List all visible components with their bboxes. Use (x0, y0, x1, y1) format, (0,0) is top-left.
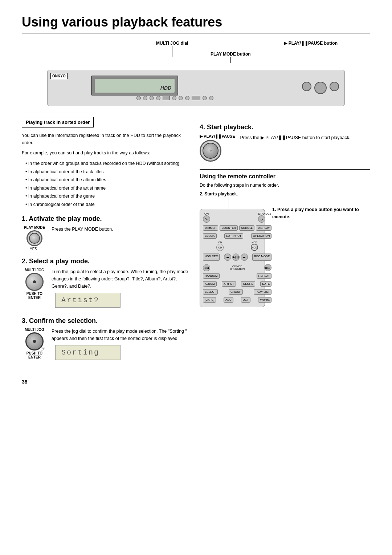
step2-text: Turn the jog dial to select a play mode.… (52, 268, 192, 290)
yes-label: YES (30, 247, 47, 251)
step2-content: Turn the jog dial to select a play mode.… (52, 268, 192, 311)
step3-block: 3. Confirm the selection. MULTI JOG ☞ PU… (22, 317, 192, 363)
multi-jog-dial-icon (25, 273, 44, 291)
page-number: 38 (22, 379, 370, 385)
sorted-bullet-list: In the order which groups and tracks rec… (22, 159, 192, 208)
knob-group (302, 82, 339, 94)
play-pause-label: ▶ PLAY/❚❚PAUSE button (284, 41, 338, 57)
starts-playback-label: 2. Starts playback. (200, 191, 265, 197)
step2-lcd: Artist? (55, 293, 121, 308)
step3-icon: MULTI JOG ☞ PUSH TO ENTER (22, 328, 47, 359)
multi-jog-label: MULTI JOG dial (156, 41, 188, 57)
step1-title: 1. Activate the play mode. (22, 215, 192, 223)
multi-jog-icon-label2: MULTI JOG (22, 328, 47, 332)
buttons-row (136, 96, 213, 100)
bullet-item: In alphabetical order of the track title… (25, 168, 192, 176)
sorted-order-box: Playing track in sorted order (22, 117, 94, 127)
multi-jog-icon-label: MULTI JOG (22, 268, 47, 272)
bullet-item: In alphabetical order of the genre (25, 192, 192, 200)
remote-control: ONON STANDBY⏻ DIMMER COUNTER SCROLL DISP… (200, 209, 265, 307)
play-pause-icon-label: ▶ PLAY/❚❚PAUSE (200, 134, 235, 139)
step2-block: 2. Select a play mode. MULTI JOG PUSH TO… (22, 258, 192, 311)
step2-row: MULTI JOG PUSH TO ENTER Turn the jog dia… (22, 268, 192, 311)
step4-text: Press the ▶ PLAY/❚❚PAUSE button to start… (240, 134, 351, 141)
step3-row: MULTI JOG ☞ PUSH TO ENTER Press the jog … (22, 328, 192, 363)
step4-icon-group: ▶ PLAY/❚❚PAUSE ☞ (200, 134, 235, 162)
right-column: 4. Start playback. ▶ PLAY/❚❚PAUSE ☞ Pres… (200, 117, 370, 368)
play-mode-dial (26, 230, 42, 246)
content-area: Playing track in sorted order You can us… (22, 117, 370, 368)
step2-icon: MULTI JOG PUSH TO ENTER (22, 268, 47, 300)
push-to-enter-label2: PUSH TO ENTER (22, 351, 47, 359)
play-mode-icon-label: PLAY MODE (22, 226, 47, 230)
hdd-text: HDD (160, 85, 171, 91)
remote-title: Using the remote controller (200, 173, 370, 180)
press-play-desc: 1. Press a play mode button you want to … (272, 206, 370, 220)
remote-desc: Do the following steps in numeric order. (200, 183, 370, 188)
step4-row: ▶ PLAY/❚❚PAUSE ☞ Press the ▶ PLAY/❚❚PAUS… (200, 134, 370, 162)
step3-text: Press the jog dial to confirm the play m… (52, 328, 192, 342)
step1-icon: PLAY MODE YES (22, 226, 47, 251)
play-mode-label: PLAY MODE button (211, 52, 251, 63)
bullet-item: In alphabetical order of the artist name (25, 184, 192, 193)
push-to-enter-label: PUSH TO ENTER (22, 292, 47, 300)
device-box: ONKYO HDD (47, 70, 345, 106)
bullet-item: In the order which groups and tracks rec… (25, 159, 192, 168)
remote-image-wrapper: 2. Starts playback. ONON STANDBY⏻ (200, 191, 265, 307)
step2-lcd-row: Artist? (52, 293, 192, 308)
step1-row: PLAY MODE YES Press the PLAY MODE button… (22, 226, 192, 251)
bullet-item: In alphabetical order of the album title… (25, 176, 192, 184)
step3-lcd: Sorting (55, 345, 121, 360)
remote-layout: 2. Starts playback. ONON STANDBY⏻ (200, 191, 370, 307)
onkyo-logo: ONKYO (50, 73, 68, 79)
device-diagram: MULTI JOG dial PLAY MODE button ▶ PLAY/❚… (47, 41, 345, 106)
confirm-dial-icon: ☞ (25, 332, 44, 351)
step3-title: 3. Confirm the selection. (22, 317, 192, 325)
step3-content: Press the jog dial to confirm the play m… (52, 328, 192, 363)
remote-section: Using the remote controller Do the follo… (200, 169, 370, 307)
step3-lcd-row: Sorting (52, 345, 192, 360)
step1-text: Press the PLAY MODE button. (52, 226, 113, 233)
step4-title: 4. Start playback. (200, 123, 370, 131)
step1-block: 1. Activate the play mode. PLAY MODE YES… (22, 215, 192, 251)
step4-block: 4. Start playback. ▶ PLAY/❚❚PAUSE ☞ Pres… (200, 123, 370, 162)
page-title: Using various playback features (22, 15, 370, 33)
sorted-desc1: You can use the information registered i… (22, 132, 192, 146)
play-button-icon: ☞ (200, 140, 221, 162)
bullet-item: In chronological order of the date (25, 200, 192, 209)
step2-title: 2. Select a play mode. (22, 258, 192, 265)
sorted-desc2: For example, you can sort and play track… (22, 149, 192, 157)
left-column: Playing track in sorted order You can us… (22, 117, 192, 368)
